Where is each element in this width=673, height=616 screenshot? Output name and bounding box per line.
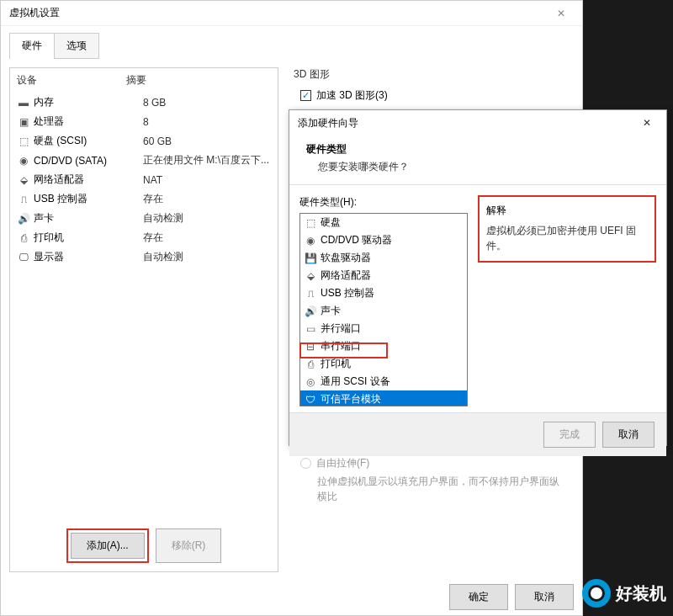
- hardware-list: ▬内存8 GB ▣处理器8 ⬚硬盘 (SCSI)60 GB ◉CD/DVD (S…: [10, 93, 278, 520]
- usb-icon: ⎍: [304, 288, 317, 300]
- tpm-icon: 🛡: [304, 394, 317, 406]
- wizard-header-sub: 您要安装哪类硬件？: [318, 160, 649, 174]
- wizard-close-icon[interactable]: ✕: [636, 114, 658, 132]
- memory-icon: ▬: [17, 97, 30, 109]
- accel-3d-checkbox-row[interactable]: ✓ 加速 3D 图形(3): [300, 88, 567, 103]
- wizard-item-disk[interactable]: ⬚硬盘: [300, 214, 467, 231]
- wizard-item-floppy[interactable]: 💾软盘驱动器: [300, 249, 467, 267]
- floppy-icon: 💾: [304, 252, 317, 264]
- tab-options[interactable]: 选项: [54, 33, 99, 59]
- col-device: 设备: [17, 73, 126, 88]
- explain-text: 虚拟机必须已加密并使用 UEFI 固件。: [486, 223, 648, 253]
- usb-icon: ⎍: [17, 194, 30, 205]
- wizard-cancel-button[interactable]: 取消: [602, 422, 654, 448]
- add-button[interactable]: 添加(A)...: [71, 533, 145, 559]
- parallel-port-icon: ▭: [304, 323, 317, 335]
- stretch-label: 自由拉伸(F): [316, 456, 369, 470]
- hw-row-disk[interactable]: ⬚硬盘 (SCSI)60 GB: [10, 131, 278, 151]
- wizard-header: 硬件类型 您要安装哪类硬件？: [289, 135, 666, 185]
- wizard-title: 添加硬件向导: [298, 116, 358, 130]
- finish-button: 完成: [543, 422, 596, 448]
- hw-row-sound[interactable]: 🔊声卡自动检测: [10, 209, 278, 228]
- wizard-item-net[interactable]: ⬙网络适配器: [300, 267, 467, 284]
- wizard-item-scsi[interactable]: ◎通用 SCSI 设备: [300, 373, 467, 390]
- free-stretch-radio[interactable]: 自由拉伸(F): [300, 456, 560, 470]
- hw-row-net[interactable]: ⬙网络适配器NAT: [10, 170, 278, 189]
- stretch-hint: 拉伸虚拟机显示以填充用户界面，而不保持用户界面纵横比: [317, 474, 560, 504]
- tab-hardware[interactable]: 硬件: [9, 33, 55, 59]
- wizard-item-printer[interactable]: ⎙打印机: [300, 355, 467, 373]
- wizard-item-parallel[interactable]: ▭并行端口: [300, 320, 467, 337]
- scsi-icon: ◎: [304, 376, 317, 388]
- explain-label: 解释: [486, 204, 648, 218]
- remove-button: 移除(R): [156, 528, 222, 563]
- printer-icon: ⎙: [304, 358, 317, 370]
- watermark-logo-icon: [582, 579, 611, 608]
- serial-port-icon: ⊟: [304, 341, 317, 353]
- network-icon: ⬙: [17, 174, 30, 186]
- wizard-header-title: 硬件类型: [306, 142, 649, 157]
- add-hardware-wizard: 添加硬件向导 ✕ 硬件类型 您要安装哪类硬件？ 硬件类型(H): ⬚硬盘 ◉CD…: [289, 109, 667, 446]
- hw-row-memory[interactable]: ▬内存8 GB: [10, 93, 278, 112]
- dialog-buttons: 确定 取消: [449, 584, 574, 610]
- wizard-titlebar: 添加硬件向导 ✕: [289, 110, 666, 135]
- tabs: 硬件 选项: [1, 26, 582, 59]
- accel-3d-label: 加速 3D 图形(3): [316, 88, 388, 103]
- printer-icon: ⎙: [17, 232, 30, 244]
- radio-icon: [300, 458, 311, 469]
- checkbox-icon: ✓: [300, 90, 311, 101]
- hw-row-display[interactable]: 🖵显示器自动检测: [10, 247, 278, 267]
- cpu-icon: ▣: [17, 116, 30, 128]
- wizard-item-usb[interactable]: ⎍USB 控制器: [300, 284, 467, 302]
- display-icon: 🖵: [17, 252, 30, 263]
- disk-icon: ⬚: [17, 135, 30, 147]
- graphics-title: 3D 图形: [294, 67, 567, 82]
- titlebar: 虚拟机设置 ✕: [1, 1, 582, 26]
- network-icon: ⬙: [304, 270, 317, 282]
- add-button-highlight: 添加(A)...: [66, 528, 149, 563]
- watermark: 好装机: [582, 579, 666, 608]
- ok-button[interactable]: 确定: [449, 584, 508, 610]
- cd-icon: ◉: [17, 155, 30, 167]
- hw-row-cd[interactable]: ◉CD/DVD (SATA)正在使用文件 M:\百度云下...: [10, 151, 278, 170]
- hardware-list-panel: 设备 摘要 ▬内存8 GB ▣处理器8 ⬚硬盘 (SCSI)60 GB ◉CD/…: [9, 67, 278, 572]
- explanation-box: 解释 虚拟机必须已加密并使用 UEFI 固件。: [478, 195, 656, 263]
- col-summary: 摘要: [126, 73, 146, 88]
- window-title: 虚拟机设置: [9, 6, 60, 20]
- wizard-item-tpm[interactable]: 🛡可信平台模块: [300, 390, 467, 406]
- hw-row-usb[interactable]: ⎍USB 控制器存在: [10, 189, 278, 209]
- disk-icon: ⬚: [304, 217, 317, 229]
- sound-icon: 🔊: [304, 305, 317, 317]
- hw-row-printer[interactable]: ⎙打印机存在: [10, 228, 278, 247]
- cd-icon: ◉: [304, 235, 317, 247]
- hardware-type-label: 硬件类型(H):: [299, 195, 468, 210]
- close-icon[interactable]: ✕: [548, 1, 574, 26]
- watermark-text: 好装机: [616, 582, 666, 605]
- wizard-item-sound[interactable]: 🔊声卡: [300, 302, 467, 320]
- wizard-item-cd[interactable]: ◉CD/DVD 驱动器: [300, 231, 467, 249]
- cancel-button[interactable]: 取消: [515, 584, 574, 610]
- sound-icon: 🔊: [17, 213, 30, 225]
- hardware-type-list[interactable]: ⬚硬盘 ◉CD/DVD 驱动器 💾软盘驱动器 ⬙网络适配器 ⎍USB 控制器 🔊…: [299, 213, 468, 406]
- wizard-item-serial[interactable]: ⊟串行端口: [300, 337, 467, 355]
- hw-row-cpu[interactable]: ▣处理器8: [10, 112, 278, 131]
